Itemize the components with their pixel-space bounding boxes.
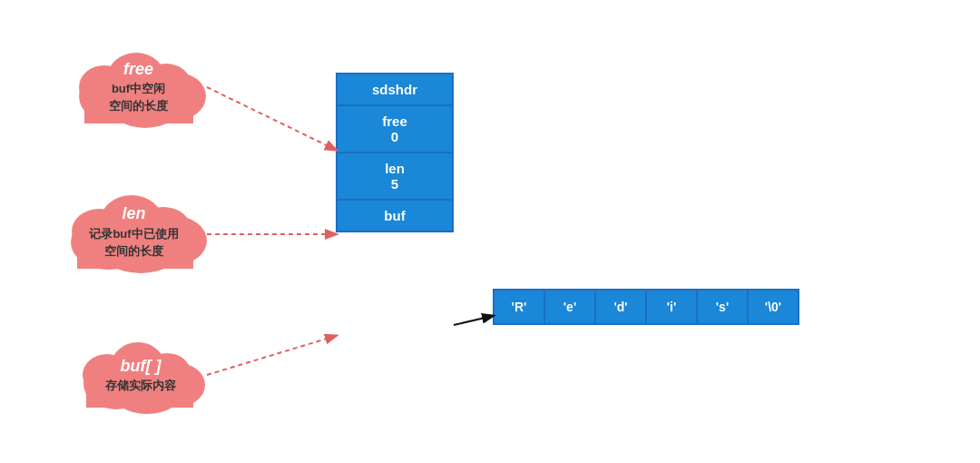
len-cloud-desc1: 记录buf中已使用 [89, 227, 178, 242]
len-cloud: len 记录buf中已使用 空间的长度 [59, 186, 209, 277]
free-cloud: free buf中空闲 空间的长度 [68, 44, 209, 130]
free-cloud-desc1: buf中空闲 [109, 82, 168, 97]
buf-cloud-title: buf[ ] [105, 356, 176, 377]
free-cloud-title: free [109, 59, 168, 80]
len-cloud-title: len [89, 203, 178, 224]
diagram-container: free buf中空闲 空间的长度 len 记录buf中已使用 空间的长度 [0, 0, 980, 463]
buf-cell-4: 's' [696, 289, 749, 325]
buf-cell-1: 'e' [544, 289, 596, 325]
sds-len-label: len 5 [338, 153, 452, 201]
sds-buf-label: buf [338, 201, 452, 231]
arrow-free [207, 87, 336, 150]
sds-structure: sdshdr free 0 len 5 buf [336, 73, 454, 232]
sds-header: sdshdr [338, 74, 452, 106]
len-cloud-desc2: 空间的长度 [89, 244, 178, 260]
buf-cell-2: 'd' [594, 289, 647, 325]
buf-cell-3: 'i' [645, 289, 698, 325]
buf-cloud-desc1: 存储实际内容 [105, 379, 176, 394]
buf-cell-0: 'R' [493, 289, 545, 325]
arrow-buf-to-array [454, 316, 493, 325]
arrow-buf [207, 336, 336, 375]
buf-array: 'R' 'e' 'd' 'i' 's' '\0' [495, 289, 799, 325]
buf-cloud: buf[ ] 存储实际内容 [73, 334, 209, 416]
free-cloud-desc2: 空间的长度 [109, 99, 168, 114]
sds-free-label: free 0 [338, 106, 452, 153]
buf-cell-5: '\0' [747, 289, 799, 325]
